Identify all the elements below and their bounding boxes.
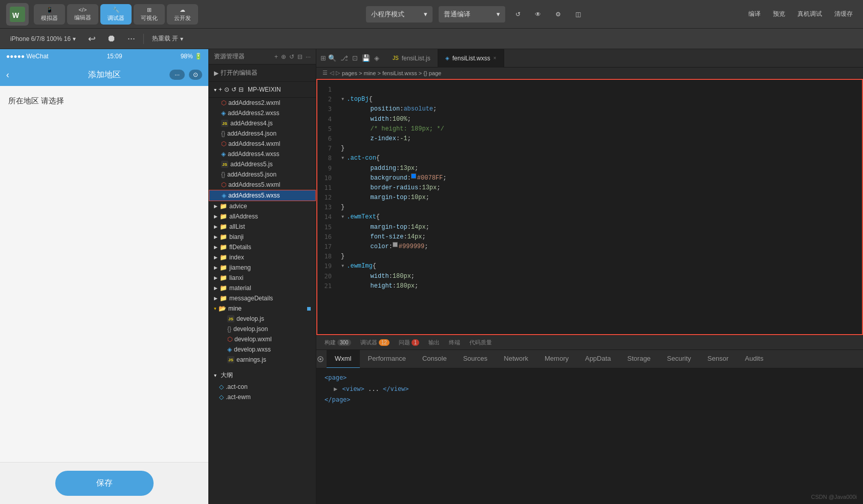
tab-network[interactable]: Network — [495, 350, 536, 368]
real-machine-btn[interactable]: 真机调试 — [793, 8, 826, 20]
tab-security[interactable]: Security — [659, 350, 699, 368]
git-icon[interactable]: ◈ — [374, 54, 379, 62]
folder-bianji[interactable]: ▶ 📁 bianji — [209, 232, 316, 242]
more-tree-icon[interactable]: ··· — [306, 53, 311, 60]
outline-header[interactable]: ▾ 大纲 — [209, 369, 316, 382]
editor-btn[interactable]: </> 编辑器 — [67, 4, 98, 25]
nav-action-record[interactable]: ⊙ — [189, 70, 202, 80]
refresh-btn[interactable]: ↺ — [511, 9, 525, 20]
tab-fensilist-wxss[interactable]: ◈ fensiList.wxss × — [438, 49, 504, 68]
folder-advice[interactable]: ▶ 📁 advice — [209, 201, 316, 211]
mine-develop-wxml[interactable]: ⬡ develop.wxml — [209, 334, 316, 344]
preview-btn[interactable]: 预览 — [769, 8, 789, 20]
code-content[interactable]: ▾ .topBj{ position: absolute; width: 100… — [336, 80, 862, 334]
folder-jiameng[interactable]: ▶ 📁 jiameng — [209, 262, 316, 273]
status-output[interactable]: 输出 — [425, 338, 443, 347]
file-item-1[interactable]: ◈ addAddress2.wxss — [209, 108, 316, 118]
mp-weixin-add-icon[interactable]: + — [219, 86, 222, 93]
tab-fensilist-js[interactable]: JS fensiList.js — [385, 49, 438, 68]
more-btn[interactable]: ··· — [123, 31, 139, 46]
phone-back-btn[interactable]: ‹ — [6, 70, 9, 80]
file-item-9-active[interactable]: ◈ addAddress5.wxss — [209, 190, 316, 201]
file-item-3[interactable]: {} addAddress4.json — [209, 128, 316, 139]
debugger-btn[interactable]: 🔧 调试器 — [100, 4, 132, 25]
js-icon: JS — [221, 120, 228, 127]
breadcrumb-back[interactable]: ◁ — [330, 70, 334, 76]
devtools-back-icon[interactable] — [316, 355, 325, 363]
tab-sensor[interactable]: Sensor — [699, 350, 737, 368]
file-item-8[interactable]: ⬡ addAddress5.wxml — [209, 180, 316, 190]
cache-btn[interactable]: 清缓存 — [830, 8, 857, 20]
file-item-2[interactable]: JS addAddress4.js — [209, 118, 316, 128]
tab-memory[interactable]: Memory — [536, 350, 577, 368]
tab-console[interactable]: Console — [414, 350, 455, 368]
cloud-icon: ☁ — [180, 7, 185, 13]
tab-wxml[interactable]: Wxml — [327, 350, 360, 368]
tab-performance[interactable]: Performance — [360, 350, 414, 368]
phone-nav-title: 添加地区 — [88, 70, 121, 80]
tab-storage[interactable]: Storage — [619, 350, 659, 368]
hot-reload-btn[interactable]: 热重载 开 ▾ — [148, 33, 187, 44]
tab-audits[interactable]: Audits — [737, 350, 771, 368]
tab-close-btn[interactable]: × — [493, 55, 497, 61]
status-debugger[interactable]: 调试器 12 — [357, 338, 393, 347]
mine-develop-wxss[interactable]: ◈ develop.wxss — [209, 344, 316, 355]
record-btn[interactable]: ⏺ — [103, 31, 120, 46]
mine-develop-json[interactable]: {} develop.json — [209, 324, 316, 334]
folder-fldetails[interactable]: ▶ 📁 flDetails — [209, 242, 316, 252]
mp-weixin-header[interactable]: ▾ + ⊙ ↺ ⊟ MP-WEIXIN — [209, 84, 316, 95]
compile-btn[interactable]: 编译 — [744, 8, 765, 20]
folder-mine[interactable]: ▾ 📂 mine ● — [209, 303, 316, 314]
code-line-16: font-size: 14px; — [341, 232, 857, 242]
expand-icon[interactable]: ▶ — [334, 385, 337, 392]
grid-icon[interactable]: ⊞ — [320, 54, 326, 62]
status-terminal[interactable]: 终端 — [446, 338, 463, 347]
file-item-7[interactable]: {} addAddress5.json — [209, 169, 316, 180]
preview-icon-btn[interactable]: 👁 — [531, 9, 545, 20]
outline-item-1[interactable]: ◇ .act-con — [209, 382, 316, 392]
folder-lianxi[interactable]: ▶ 📁 lianxi — [209, 273, 316, 283]
settings-icon-btn[interactable]: ⚙ — [551, 9, 565, 20]
refresh-tree-icon[interactable]: ↺ — [289, 53, 294, 60]
xml-page-tag: <page> — [325, 372, 855, 384]
mine-earnings-js[interactable]: JS earnings.js — [209, 355, 316, 365]
new-file-icon[interactable]: + — [274, 53, 278, 60]
phone-save-btn[interactable]: 保存 — [55, 471, 154, 496]
mp-weixin-collapse-icon[interactable]: ⊟ — [239, 86, 244, 93]
status-build[interactable]: 构建 300 — [321, 338, 354, 347]
file-item-0[interactable]: ⬡ addAddress2.wxml — [209, 98, 316, 108]
file-item-4[interactable]: ⬡ addAddress4.wxml — [209, 139, 316, 149]
search-icon[interactable]: 🔍 — [328, 54, 336, 62]
simulator-btn[interactable]: 📱 模拟器 — [34, 4, 65, 25]
save-icon[interactable]: 💾 — [362, 54, 370, 62]
folder-alllist[interactable]: ▶ 📁 allList — [209, 222, 316, 232]
folder-alladdress[interactable]: ▶ 📁 allAddress — [209, 211, 316, 222]
nav-action-dots[interactable]: ··· — [169, 70, 185, 80]
status-issues[interactable]: 问题 1 — [396, 338, 423, 347]
new-folder-icon[interactable]: ⊕ — [281, 53, 286, 60]
folder-messagedetails[interactable]: ▶ 📁 messageDetails — [209, 293, 316, 303]
split-icon[interactable]: ⊡ — [352, 54, 358, 62]
visual-btn[interactable]: ⊞ 可视化 — [134, 4, 165, 25]
branch-icon[interactable]: ⎇ — [340, 54, 348, 62]
mp-weixin-folder-icon[interactable]: ⊙ — [224, 86, 229, 93]
mp-weixin-refresh-icon[interactable]: ↺ — [231, 86, 236, 93]
folder-index[interactable]: ▶ 📁 index — [209, 252, 316, 262]
mode-dropdown[interactable]: 小程序模式 ▾ — [366, 6, 433, 23]
collapse-tree-icon[interactable]: ⊟ — [297, 53, 303, 60]
status-codequality[interactable]: 代码质量 — [466, 338, 495, 347]
cloud-btn[interactable]: ☁ 云开发 — [167, 4, 198, 25]
tab-sources[interactable]: Sources — [455, 350, 496, 368]
open-editors-header[interactable]: ▶ 打开的编辑器 — [209, 67, 316, 79]
file-item-6[interactable]: JS addAddress5.js — [209, 159, 316, 169]
tab-appdata[interactable]: AppData — [577, 350, 619, 368]
device-selector[interactable]: iPhone 6/7/8 100% 16 ▾ — [6, 34, 80, 43]
file-item-5[interactable]: ◈ addAddress4.wxss — [209, 149, 316, 159]
folder-material[interactable]: ▶ 📁 material — [209, 283, 316, 293]
outline-item-2[interactable]: ◇ .act-ewm — [209, 392, 316, 402]
undo-btn[interactable]: ↩ — [84, 31, 100, 47]
mine-develop-js[interactable]: JS develop.js — [209, 314, 316, 324]
breadcrumb-forward[interactable]: ▷ — [336, 70, 340, 76]
layers-icon-btn[interactable]: ◫ — [571, 9, 585, 20]
compile-dropdown[interactable]: 普通编译 ▾ — [439, 6, 505, 23]
